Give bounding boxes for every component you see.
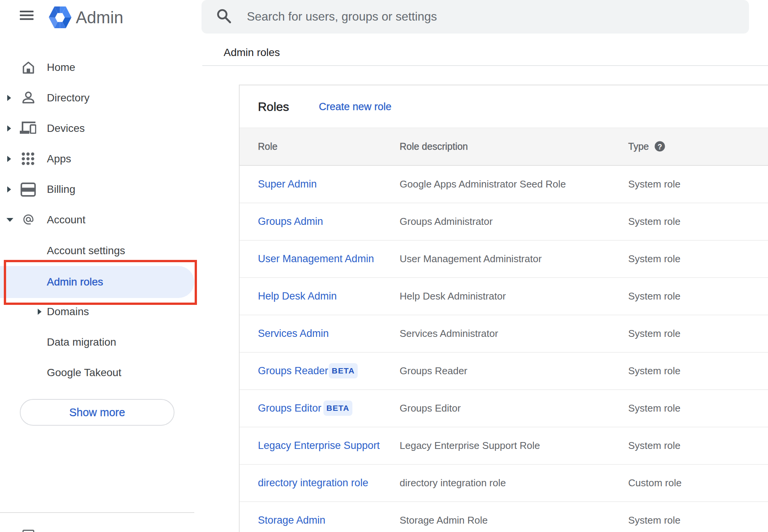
svg-text:?: ?: [658, 143, 662, 151]
